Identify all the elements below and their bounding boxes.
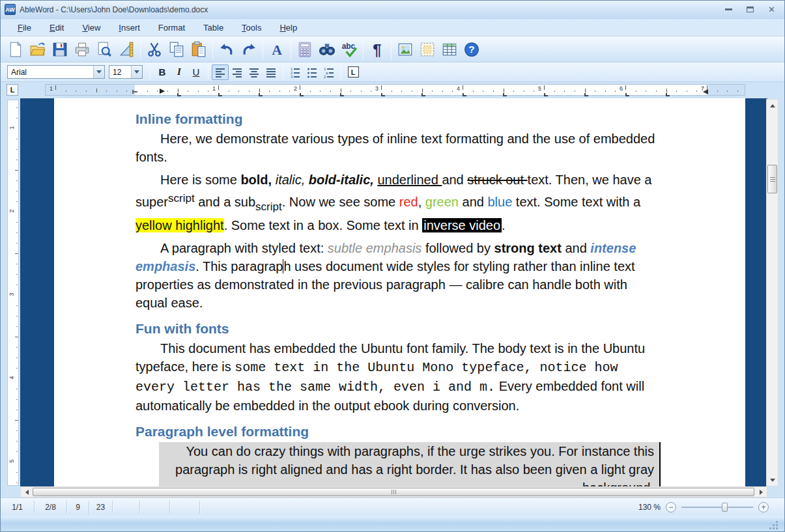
document-page[interactable]: Inline formattingHere, we demonstrate va… <box>54 98 745 486</box>
minimize-button[interactable] <box>725 8 732 10</box>
menu-file[interactable]: File <box>10 21 39 35</box>
menu-edit[interactable]: Edit <box>42 21 72 35</box>
pilcrow-button[interactable] <box>366 39 388 60</box>
open-button[interactable] <box>27 39 49 60</box>
chevron-down-icon[interactable] <box>131 66 142 78</box>
tab-selector[interactable]: L <box>7 84 18 96</box>
hr-dot <box>575 91 575 92</box>
right-indent-marker[interactable] <box>702 89 709 95</box>
horizontal-scrollbar-thumb[interactable] <box>33 488 754 496</box>
document-paragraph[interactable]: This document has embedded the Ubuntu fo… <box>136 339 657 415</box>
document-paragraph[interactable]: A paragraph with styled text: subtle emp… <box>136 239 657 312</box>
find-button[interactable] <box>316 39 338 60</box>
save-button[interactable] <box>49 39 71 60</box>
text-run: and <box>442 173 467 187</box>
zoom-slider[interactable] <box>681 502 753 512</box>
page-setup-button[interactable] <box>115 39 137 60</box>
document-heading[interactable]: Inline formatting <box>136 111 657 127</box>
format-toolbar: Arial 12 B I U L <box>1 63 784 82</box>
hr-dot <box>147 91 148 92</box>
scroll-left-button[interactable] <box>21 487 32 497</box>
text-run: . Now we see some <box>282 195 399 209</box>
italic-button[interactable]: I <box>171 64 188 80</box>
spelling-button[interactable] <box>338 39 360 60</box>
insert-table-button[interactable] <box>438 39 461 60</box>
separator <box>140 40 141 59</box>
help-button[interactable] <box>461 39 483 60</box>
menu-table[interactable]: Table <box>195 21 231 35</box>
hr-tab <box>544 93 548 96</box>
font-size-select[interactable]: 12 <box>109 65 143 79</box>
hr-dot <box>696 91 697 92</box>
insert-frame-button[interactable] <box>416 39 438 60</box>
hr-tick-half <box>585 89 586 92</box>
numbered-list-button[interactable] <box>287 64 304 80</box>
horizontal-scrollbar[interactable] <box>20 486 767 497</box>
print-preview-button[interactable] <box>93 39 115 60</box>
font-family-select[interactable]: Arial <box>7 65 105 79</box>
menu-tools[interactable]: Tools <box>234 21 269 35</box>
hr-tick-half <box>178 89 178 92</box>
hr-dot <box>656 91 657 92</box>
find-icon <box>319 41 335 58</box>
document-paragraph[interactable]: You can do crazy things with paragraphs,… <box>159 442 661 486</box>
menu-insert[interactable]: Insert <box>111 21 148 35</box>
hr-tick-inch <box>463 85 463 90</box>
zoom-out-button[interactable]: − <box>666 502 676 512</box>
scroll-right-button[interactable] <box>756 487 767 497</box>
underline-button[interactable]: U <box>188 64 205 80</box>
menu-format[interactable]: Format <box>150 21 193 35</box>
paste-button[interactable] <box>188 39 210 60</box>
bold-button[interactable]: B <box>154 64 171 80</box>
scroll-up-button[interactable] <box>767 100 778 111</box>
close-button[interactable]: ✕ <box>768 5 775 14</box>
hr-dot <box>279 91 280 92</box>
document-heading[interactable]: Fun with fonts <box>136 321 657 337</box>
resize-grip[interactable] <box>769 520 778 529</box>
vertical-scrollbar-thumb[interactable] <box>767 165 777 193</box>
vertical-scrollbar[interactable] <box>766 99 778 486</box>
cut-button[interactable] <box>143 39 165 60</box>
separator <box>263 40 263 59</box>
document-paragraph[interactable]: Here is some bold, italic, bold-italic, … <box>136 169 657 236</box>
first-line-indent-marker[interactable] <box>159 88 165 94</box>
justify-icon <box>265 66 277 78</box>
undo-button[interactable] <box>216 39 238 60</box>
document-heading[interactable]: Paragraph level formatting <box>136 424 657 440</box>
insert-image-button[interactable] <box>394 39 416 60</box>
hr-dot <box>432 91 433 92</box>
chevron-down-icon[interactable] <box>93 66 104 78</box>
hr-dot <box>66 91 66 92</box>
vr-dot <box>16 441 18 441</box>
title-bar: AW AbleWord - C:\Users\John Doe\Download… <box>1 1 784 19</box>
vr-num: 2 <box>8 209 15 212</box>
justify-button[interactable] <box>263 64 279 80</box>
zoom-slider-thumb[interactable] <box>722 503 728 512</box>
print-button[interactable] <box>71 39 93 60</box>
align-right-button[interactable] <box>229 64 246 80</box>
hr-dot <box>289 91 290 92</box>
status-cell: 2/8 <box>35 501 67 514</box>
copy-button[interactable] <box>165 39 188 60</box>
symbol-button[interactable] <box>294 39 316 60</box>
font-button[interactable] <box>266 39 288 60</box>
maximize-button[interactable] <box>747 7 754 12</box>
vr-num: 1 <box>8 126 15 129</box>
hr-tick-half <box>341 89 341 92</box>
bullet-list-button[interactable] <box>304 64 321 80</box>
tab-stop-button[interactable]: L <box>345 64 362 80</box>
menu-help[interactable]: Help <box>272 21 305 35</box>
document-paragraph[interactable]: Here, we demonstrate various types of in… <box>136 130 657 166</box>
align-left-button[interactable] <box>212 64 229 80</box>
scroll-down-button[interactable] <box>767 475 778 486</box>
insert-table-icon <box>441 41 458 58</box>
left-indent-marker[interactable] <box>132 89 139 94</box>
redo-button[interactable] <box>238 39 260 60</box>
font-family-value: Arial <box>11 68 27 77</box>
new-button[interactable] <box>5 39 27 60</box>
status-cell <box>140 501 170 514</box>
menu-view[interactable]: View <box>74 21 108 35</box>
align-center-button[interactable] <box>246 64 263 80</box>
multilevel-list-button[interactable] <box>321 64 337 80</box>
zoom-in-button[interactable]: + <box>758 502 769 512</box>
